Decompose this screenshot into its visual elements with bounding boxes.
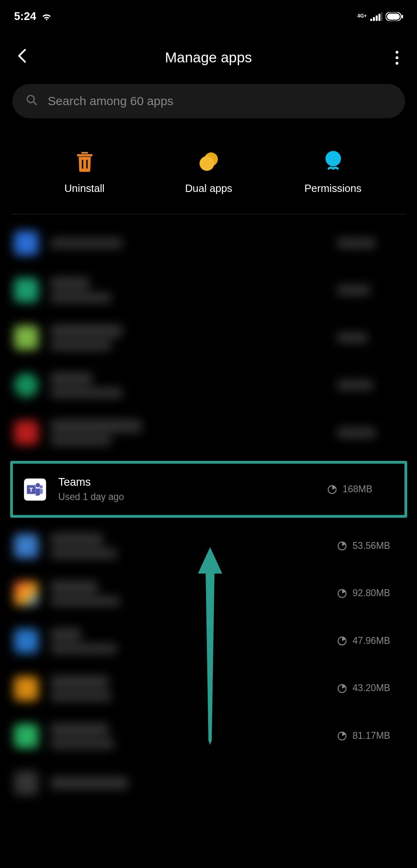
permissions-label: Permissions (304, 182, 361, 194)
svg-rect-11 (77, 154, 92, 156)
storage-icon (337, 731, 347, 741)
wifi-icon (40, 11, 53, 21)
app-size: 47.96MB (337, 635, 403, 646)
app-row[interactable]: 43.20MB (0, 665, 417, 712)
svg-rect-4 (381, 12, 382, 21)
svg-point-16 (325, 151, 340, 166)
network-indicator: 4G+ (357, 14, 367, 19)
app-row[interactable] (0, 220, 417, 267)
svg-rect-0 (370, 18, 372, 20)
back-button[interactable] (17, 48, 26, 67)
uninstall-action[interactable]: Uninstall (35, 152, 134, 195)
permissions-icon (322, 152, 343, 173)
storage-icon (327, 485, 337, 494)
search-bar[interactable] (12, 84, 405, 118)
svg-rect-10 (81, 152, 88, 154)
app-size: 168MB (327, 484, 393, 495)
app-usage: Used 1 day ago (58, 492, 327, 503)
search-icon (25, 94, 37, 108)
svg-rect-2 (375, 15, 377, 21)
trash-icon (74, 152, 95, 173)
status-time: 5:24 (14, 10, 36, 22)
permissions-action[interactable]: Permissions (283, 152, 382, 195)
storage-icon (337, 541, 347, 551)
more-menu-button[interactable] (390, 51, 403, 65)
teams-app-icon: T (24, 478, 46, 500)
app-row[interactable] (0, 409, 417, 456)
page-title: Manage apps (165, 49, 252, 66)
app-size: 92.80MB (337, 588, 403, 599)
actions-row: Uninstall Dual apps Permissions (11, 118, 406, 214)
dual-apps-action[interactable]: Dual apps (159, 152, 258, 195)
app-name: Teams (58, 476, 327, 489)
app-row[interactable] (0, 760, 417, 798)
uninstall-label: Uninstall (64, 182, 104, 194)
app-size: 53.56MB (337, 540, 403, 551)
svg-rect-3 (378, 13, 380, 21)
page-header: Manage apps (0, 26, 417, 84)
app-row[interactable] (0, 361, 417, 409)
svg-line-9 (33, 101, 36, 104)
svg-rect-7 (402, 15, 403, 18)
svg-point-15 (199, 156, 214, 171)
storage-icon (337, 683, 347, 693)
status-bar: 5:24 4G+ (0, 0, 417, 26)
svg-point-19 (35, 482, 40, 487)
svg-rect-1 (373, 17, 375, 20)
app-size: 81.17MB (337, 731, 403, 742)
app-row[interactable]: 53.56MB (0, 522, 417, 570)
dual-apps-label: Dual apps (185, 182, 232, 194)
svg-text:T: T (29, 486, 33, 493)
app-row[interactable] (0, 314, 417, 361)
app-row[interactable] (0, 267, 417, 314)
storage-icon (337, 636, 347, 646)
app-list: T Teams Used 1 day ago 168MB (0, 214, 417, 803)
app-row[interactable]: 47.96MB (0, 617, 417, 665)
dual-apps-icon (198, 152, 219, 173)
signal-icon (370, 12, 382, 21)
app-row[interactable]: 81.17MB (0, 712, 417, 760)
battery-icon (386, 12, 403, 21)
storage-icon (337, 588, 347, 598)
svg-rect-6 (387, 13, 399, 20)
app-row[interactable]: 92.80MB (0, 570, 417, 617)
search-input[interactable] (48, 94, 392, 108)
app-row-teams[interactable]: T Teams Used 1 day ago 168MB (10, 461, 407, 518)
app-size: 43.20MB (337, 683, 403, 694)
